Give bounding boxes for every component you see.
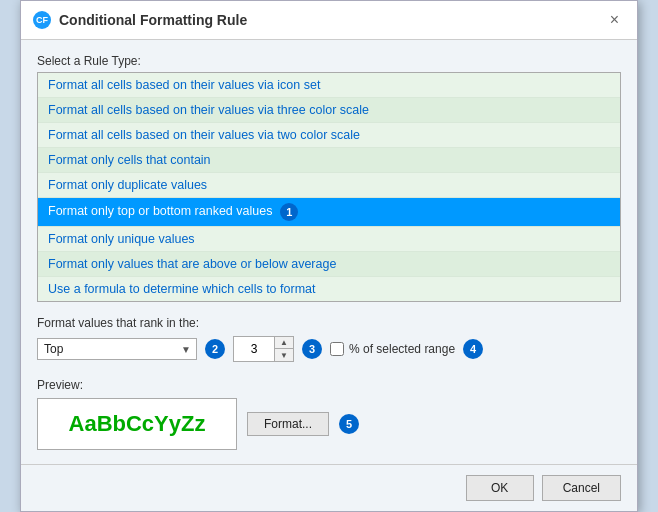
rule-type-section: Select a Rule Type: Format all cells bas… xyxy=(37,54,621,302)
badge-1: 1 xyxy=(280,203,298,221)
ok-button[interactable]: OK xyxy=(466,475,534,501)
preview-box: AaBbCcYyZz xyxy=(37,398,237,450)
percent-checkbox-wrapper: % of selected range xyxy=(330,342,455,356)
preview-section: Preview: AaBbCcYyZz Format... 5 xyxy=(37,378,621,450)
top-bottom-dropdown-wrapper: Top Bottom ▼ xyxy=(37,338,197,360)
close-button[interactable]: × xyxy=(604,9,625,31)
rank-controls: Top Bottom ▼ 2 ▲ ▼ 3 % of selected ra xyxy=(37,336,621,362)
rule-item-unique[interactable]: Format only unique values xyxy=(38,227,620,252)
rule-type-label: Select a Rule Type: xyxy=(37,54,621,68)
dialog-body: Select a Rule Type: Format all cells bas… xyxy=(21,40,637,464)
percent-label: % of selected range xyxy=(349,342,455,356)
dialog-icon: CF xyxy=(33,11,51,29)
number-input-wrapper: ▲ ▼ xyxy=(233,336,294,362)
preview-label: Preview: xyxy=(37,378,621,392)
dialog-titlebar: CF Conditional Formatting Rule × xyxy=(21,1,637,40)
rule-item-three-color[interactable]: Format all cells based on their values v… xyxy=(38,98,620,123)
rule-list-container: Format all cells based on their values v… xyxy=(37,72,621,302)
rule-item-cells-contain[interactable]: Format only cells that contain xyxy=(38,148,620,173)
title-left: CF Conditional Formatting Rule xyxy=(33,11,247,29)
percent-checkbox[interactable] xyxy=(330,342,344,356)
format-button[interactable]: Format... xyxy=(247,412,329,436)
preview-sample-text: AaBbCcYyZz xyxy=(69,411,206,437)
badge-4: 4 xyxy=(463,339,483,359)
spin-down-button[interactable]: ▼ xyxy=(275,349,293,361)
rule-item-top-bottom[interactable]: Format only top or bottom ranked values1 xyxy=(38,198,620,227)
preview-row: AaBbCcYyZz Format... 5 xyxy=(37,398,621,450)
dialog-footer: OK Cancel xyxy=(21,464,637,511)
rule-item-icon-set[interactable]: Format all cells based on their values v… xyxy=(38,73,620,98)
top-bottom-select[interactable]: Top Bottom xyxy=(37,338,197,360)
spinner-buttons: ▲ ▼ xyxy=(274,337,293,361)
rule-list[interactable]: Format all cells based on their values v… xyxy=(37,72,621,302)
rank-section: Format values that rank in the: Top Bott… xyxy=(37,312,621,362)
dialog-title: Conditional Formatting Rule xyxy=(59,12,247,28)
dialog: CF Conditional Formatting Rule × Select … xyxy=(20,0,638,512)
rank-number-input[interactable] xyxy=(234,339,274,359)
badge-5: 5 xyxy=(339,414,359,434)
rule-item-two-color[interactable]: Format all cells based on their values v… xyxy=(38,123,620,148)
rule-item-duplicate[interactable]: Format only duplicate values xyxy=(38,173,620,198)
spin-up-button[interactable]: ▲ xyxy=(275,337,293,349)
badge-2: 2 xyxy=(205,339,225,359)
rule-item-formula[interactable]: Use a formula to determine which cells t… xyxy=(38,277,620,301)
cancel-button[interactable]: Cancel xyxy=(542,475,621,501)
rule-item-above-below[interactable]: Format only values that are above or bel… xyxy=(38,252,620,277)
badge-3: 3 xyxy=(302,339,322,359)
rank-section-label: Format values that rank in the: xyxy=(37,316,621,330)
dialog-icon-text: CF xyxy=(36,15,48,25)
